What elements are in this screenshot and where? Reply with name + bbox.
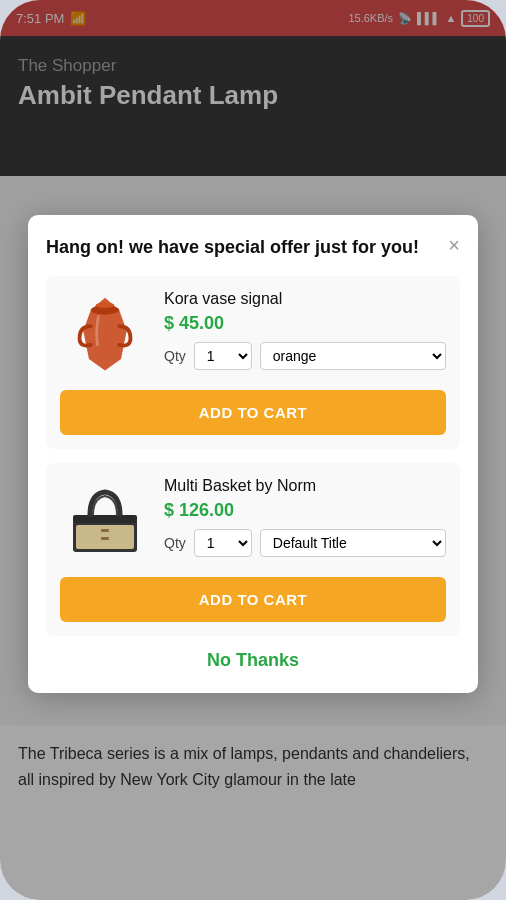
qty-select-2[interactable]: 1 2 3 <box>194 529 252 557</box>
modal-header: Hang on! we have special offer just for … <box>46 235 460 260</box>
product-name-1: Kora vase signal <box>164 290 446 308</box>
product-price-1: $ 45.00 <box>164 313 446 334</box>
special-offer-modal: Hang on! we have special offer just for … <box>28 215 478 693</box>
product-controls-2: Qty 1 2 3 Default Title <box>164 529 446 557</box>
product-top-1: Kora vase signal $ 45.00 Qty 1 2 3 orang… <box>60 290 446 380</box>
product-controls-1: Qty 1 2 3 orange red blue <box>164 342 446 370</box>
svg-point-1 <box>96 302 115 308</box>
modal-close-button[interactable]: × <box>448 235 460 255</box>
add-to-cart-button-1[interactable]: ADD TO CART <box>60 390 446 435</box>
product-price-2: $ 126.00 <box>164 500 446 521</box>
svg-rect-5 <box>101 537 109 540</box>
kora-vase-svg <box>70 293 140 378</box>
product-info-2: Multi Basket by Norm $ 126.00 Qty 1 2 3 … <box>164 477 446 567</box>
svg-rect-3 <box>73 515 137 523</box>
multi-basket-svg <box>65 482 145 562</box>
variant-select-1[interactable]: orange red blue <box>260 342 446 370</box>
qty-label-1: Qty <box>164 348 186 364</box>
product-image-2 <box>60 477 150 567</box>
product-top-2: Multi Basket by Norm $ 126.00 Qty 1 2 3 … <box>60 477 446 567</box>
product-info-1: Kora vase signal $ 45.00 Qty 1 2 3 orang… <box>164 290 446 380</box>
variant-select-2[interactable]: Default Title <box>260 529 446 557</box>
modal-title: Hang on! we have special offer just for … <box>46 235 460 260</box>
phone-frame: 7:51 PM 📶 15.6KB/s 📡 ▌▌▌ ▲ 100 The Shopp… <box>0 0 506 900</box>
qty-label-2: Qty <box>164 535 186 551</box>
svg-rect-6 <box>101 529 109 532</box>
no-thanks-button[interactable]: No Thanks <box>46 650 460 671</box>
add-to-cart-button-2[interactable]: ADD TO CART <box>60 577 446 622</box>
product-card-1: Kora vase signal $ 45.00 Qty 1 2 3 orang… <box>46 276 460 449</box>
product-card-2: Multi Basket by Norm $ 126.00 Qty 1 2 3 … <box>46 463 460 636</box>
product-image-1 <box>60 290 150 380</box>
qty-select-1[interactable]: 1 2 3 <box>194 342 252 370</box>
product-name-2: Multi Basket by Norm <box>164 477 446 495</box>
